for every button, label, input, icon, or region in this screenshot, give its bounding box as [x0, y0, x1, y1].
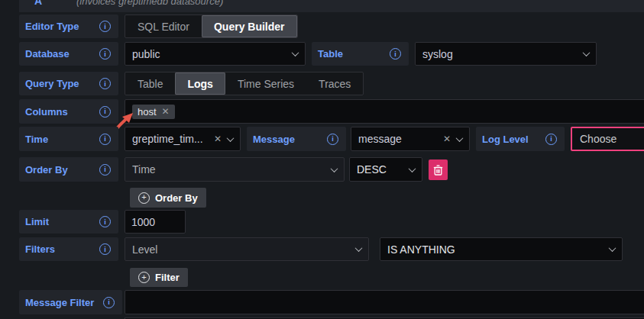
time-column-select[interactable]: greptime_tim... — [125, 127, 241, 151]
datasource-note: (invoices greptimedb datasource) — [76, 0, 223, 7]
chevron-down-icon — [609, 244, 616, 252]
message-label: Message — [247, 127, 346, 151]
query-type-label: Query Type — [19, 72, 118, 95]
database-value: public — [132, 48, 286, 60]
chevron-down-icon — [331, 165, 338, 172]
label-text: Log Level — [482, 134, 529, 145]
query-editor: A (invoices greptimedb datasource) Edito… — [0, 0, 644, 319]
trash-icon — [433, 165, 443, 176]
order-by-label: Order By — [19, 157, 118, 182]
info-icon[interactable] — [99, 216, 111, 227]
segment-query-builder[interactable]: Query Builder — [202, 15, 297, 37]
column-tag-host[interactable]: host — [132, 105, 175, 119]
label-text: Table — [318, 48, 343, 60]
close-icon[interactable] — [162, 107, 170, 116]
info-icon[interactable] — [99, 78, 111, 89]
info-icon[interactable] — [99, 21, 111, 32]
segment-traces[interactable]: Traces — [306, 72, 363, 95]
info-icon[interactable] — [99, 134, 111, 145]
add-filter-label: Filter — [155, 272, 180, 283]
order-direction-value: DESC — [357, 163, 403, 176]
columns-label: Columns — [19, 99, 118, 124]
columns-multiselect[interactable]: host — [125, 99, 644, 124]
chevron-down-icon — [292, 49, 299, 56]
add-filter-button[interactable]: Filter — [130, 268, 188, 287]
info-icon[interactable] — [327, 134, 338, 145]
chevron-down-icon — [583, 49, 591, 56]
limit-input[interactable] — [125, 210, 186, 234]
filter-field-select[interactable]: Level — [125, 237, 369, 261]
filter-field-value: Level — [132, 243, 350, 256]
time-label: Time — [19, 127, 118, 151]
message-filter-input[interactable] — [125, 290, 644, 314]
info-icon[interactable] — [99, 48, 111, 60]
clear-icon[interactable] — [214, 134, 222, 143]
info-icon[interactable] — [99, 106, 111, 118]
log-level-placeholder: Choose — [580, 133, 616, 145]
plus-circle-icon — [138, 272, 150, 283]
segment-logs[interactable]: Logs — [175, 72, 225, 95]
query-row-header[interactable]: A (invoices greptimedb datasource) — [19, 0, 644, 12]
time-value: greptime_tim... — [132, 133, 208, 145]
order-by-field-select[interactable]: Time — [125, 157, 345, 182]
chevron-down-icon — [355, 244, 363, 252]
query-refid: A — [34, 0, 42, 7]
message-filter-label: Message Filter — [19, 290, 122, 314]
segment-time-series[interactable]: Time Series — [225, 72, 306, 95]
limit-label: Limit — [19, 210, 118, 234]
info-icon[interactable] — [99, 164, 111, 176]
label-text: Message Filter — [25, 297, 94, 308]
label-text: Columns — [25, 106, 68, 118]
query-type-group: Table Logs Time Series Traces — [125, 72, 364, 95]
log-level-label: Log Level — [476, 127, 565, 151]
segment-sql-editor[interactable]: SQL Editor — [125, 15, 202, 37]
plus-circle-icon — [138, 192, 150, 204]
label-text: Filters — [25, 243, 55, 255]
editor-type-group: SQL Editor Query Builder — [125, 14, 298, 38]
table-value: syslog — [422, 48, 578, 60]
info-icon[interactable] — [545, 134, 557, 145]
filter-operator-value: IS ANYTHING — [387, 243, 604, 256]
order-by-field-value: Time — [132, 163, 325, 176]
table-label: Table — [312, 42, 409, 66]
add-order-by-label: Order By — [155, 192, 198, 204]
label-text: Time — [25, 134, 48, 145]
info-icon[interactable] — [99, 243, 111, 255]
filter-operator-select[interactable]: IS ANYTHING — [380, 237, 623, 261]
message-value: message — [358, 133, 437, 145]
label-text: Editor Type — [25, 21, 79, 32]
segment-table[interactable]: Table — [125, 72, 175, 95]
filters-label: Filters — [19, 237, 118, 261]
label-text: Database — [25, 48, 70, 60]
chevron-down-icon — [409, 165, 416, 172]
log-level-select[interactable]: Choose — [571, 127, 644, 151]
info-icon[interactable] — [390, 48, 401, 60]
editor-type-label: Editor Type — [19, 14, 118, 38]
label-text: Order By — [25, 164, 68, 176]
add-order-by-button[interactable]: Order By — [130, 188, 206, 208]
remove-order-by-button[interactable] — [429, 160, 448, 180]
order-direction-select[interactable]: DESC — [349, 157, 422, 182]
database-label: Database — [19, 42, 118, 66]
table-select[interactable]: syslog — [415, 42, 597, 66]
chevron-down-icon — [456, 134, 464, 142]
label-text: Query Type — [25, 78, 79, 89]
chevron-down-icon — [227, 134, 235, 142]
info-icon[interactable] — [103, 297, 115, 308]
label-text: Message — [253, 134, 295, 145]
message-column-select[interactable]: message — [351, 127, 470, 151]
label-text: Limit — [25, 216, 49, 227]
clear-icon[interactable] — [443, 134, 451, 143]
database-select[interactable]: public — [125, 42, 306, 66]
tag-label: host — [138, 106, 157, 118]
